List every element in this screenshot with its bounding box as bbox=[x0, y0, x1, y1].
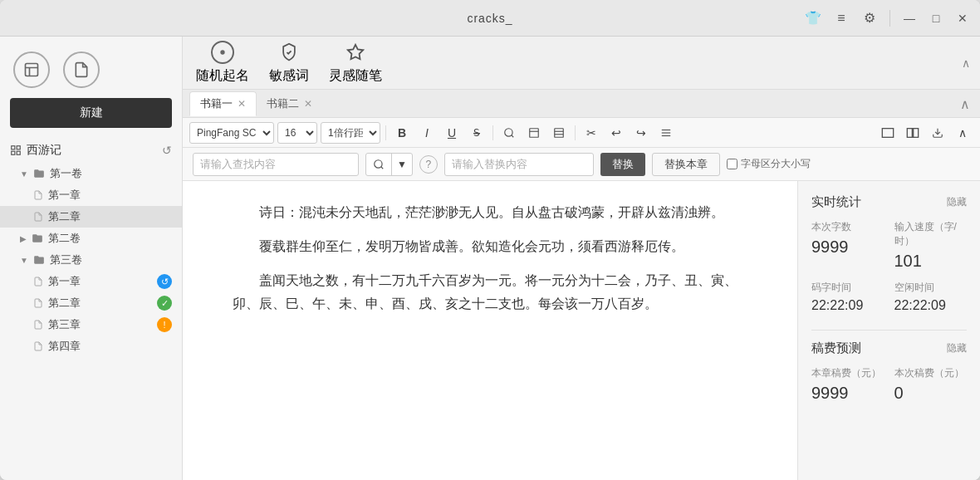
toolbar-note-label: 灵感随笔 bbox=[329, 67, 382, 85]
view-single-button[interactable] bbox=[877, 122, 899, 144]
tree-label-ch1-1: 第一章 bbox=[48, 188, 172, 203]
stat-idle-time-value: 22:22:09 bbox=[894, 298, 968, 313]
tab-book1[interactable]: 书籍一 ✕ bbox=[189, 91, 257, 116]
view-split-button[interactable] bbox=[902, 122, 924, 144]
tree-label-vol3: 第三卷 bbox=[50, 252, 172, 267]
box1-button[interactable] bbox=[523, 122, 545, 144]
note-icon bbox=[344, 41, 367, 64]
tab-book2-label: 书籍二 bbox=[267, 96, 299, 111]
realtime-hide-button[interactable]: 隐藏 bbox=[947, 195, 967, 209]
tab-book1-close[interactable]: ✕ bbox=[238, 98, 246, 110]
tree-vol2[interactable]: 第二卷 bbox=[0, 228, 182, 249]
tree-ch3-4[interactable]: 第四章 bbox=[0, 336, 182, 357]
replace-button[interactable]: 替换 bbox=[600, 153, 645, 176]
replace-all-button[interactable]: 替换本章 bbox=[652, 153, 720, 176]
settings-icon[interactable]: ⚙ bbox=[861, 10, 878, 27]
stat-input-speed: 输入速度（字/时） 101 bbox=[894, 220, 968, 271]
stat-chapter-fee-label: 本章稿费（元） bbox=[811, 366, 884, 380]
tree-ch3-3[interactable]: 第三章 ! bbox=[0, 314, 182, 336]
toolbar-note[interactable]: 灵感随笔 bbox=[329, 41, 382, 85]
underline-button[interactable]: U bbox=[441, 122, 463, 144]
tree-ch3-2[interactable]: 第二章 ✓ bbox=[0, 292, 182, 314]
tab-book2-close[interactable]: ✕ bbox=[304, 98, 312, 110]
tree-ch3-1[interactable]: 第一章 ↺ bbox=[0, 271, 182, 292]
svg-rect-16 bbox=[882, 128, 893, 137]
toolbar-collapse-button[interactable]: ∧ bbox=[962, 56, 970, 70]
predict-stats-header: 稿费预测 隐藏 bbox=[811, 340, 967, 356]
collapse-editor-button[interactable]: ∧ bbox=[952, 122, 973, 144]
minimize-button[interactable]: — bbox=[902, 11, 917, 26]
fmt-divider-1 bbox=[385, 125, 386, 140]
tree-vol1[interactable]: 第一卷 bbox=[0, 163, 182, 184]
help-button[interactable]: ? bbox=[419, 155, 438, 174]
scissors-button[interactable]: ✂ bbox=[581, 122, 602, 144]
folder-icon-vol3 bbox=[33, 254, 45, 266]
toolbar-random[interactable]: 随机起名 bbox=[196, 41, 249, 85]
predict-stats-section: 稿费预测 隐藏 本章稿费（元） 9999 本次稿费（元） 0 bbox=[811, 340, 967, 403]
predict-stats-grid: 本章稿费（元） 9999 本次稿费（元） 0 bbox=[811, 366, 967, 403]
tree-label-ch3-4: 第四章 bbox=[48, 339, 172, 354]
stat-chapter-fee-value: 9999 bbox=[811, 384, 884, 403]
stat-idle-time-label: 空闲时间 bbox=[894, 281, 968, 295]
refresh-icon[interactable]: ↺ bbox=[162, 144, 172, 157]
box2-button[interactable] bbox=[548, 122, 570, 144]
folder-icon-vol1 bbox=[33, 168, 45, 179]
content-wrapper: 诗日：混沌未分天地乱，茫茫渺渺无人见。自从盘古破鸿蒙，开辟从兹清浊辨。 覆载群生… bbox=[183, 181, 980, 480]
tab-book1-label: 书籍一 bbox=[200, 96, 233, 111]
random-icon bbox=[211, 41, 234, 64]
replace-input[interactable] bbox=[444, 153, 594, 176]
search-main-icon bbox=[366, 154, 392, 175]
bold-button[interactable]: B bbox=[391, 122, 413, 144]
svg-line-21 bbox=[381, 166, 384, 169]
menu-icon[interactable]: ≡ bbox=[833, 10, 850, 27]
badge-ch3-3: ! bbox=[157, 317, 172, 332]
stat-char-count-label: 本次字数 bbox=[811, 220, 884, 234]
case-sensitive-input[interactable] bbox=[727, 159, 737, 169]
stat-session-fee-value: 0 bbox=[894, 384, 968, 403]
caret-vol1 bbox=[20, 169, 28, 179]
fmt-divider-3 bbox=[575, 125, 576, 140]
tabs-collapse-button[interactable]: ∧ bbox=[960, 96, 970, 111]
font-family-select[interactable]: PingFang SC bbox=[189, 122, 274, 144]
search-execute-button[interactable]: ▼ bbox=[365, 153, 413, 176]
font-size-select[interactable]: 16 bbox=[277, 122, 317, 144]
main-area: 新建 西游记 ↺ 第一卷 第一章 第二章 bbox=[0, 37, 980, 480]
tree-ch1-2[interactable]: 第二章 bbox=[0, 206, 182, 228]
realtime-stats-header: 实时统计 隐藏 bbox=[811, 194, 967, 210]
user-icon-button[interactable] bbox=[13, 51, 50, 88]
chapter-icon-ch1-1 bbox=[33, 190, 43, 200]
new-button[interactable]: 新建 bbox=[10, 98, 172, 128]
titlebar: cracks_ 👕 ≡ ⚙ — □ ✕ bbox=[0, 0, 980, 37]
book-header: 西游记 ↺ bbox=[0, 138, 182, 163]
search-input[interactable] bbox=[193, 153, 359, 176]
line-spacing-select[interactable]: 1倍行距 bbox=[321, 122, 380, 144]
case-sensitive-label: 字母区分大小写 bbox=[741, 157, 811, 171]
stat-char-count: 本次字数 9999 bbox=[811, 220, 884, 271]
svg-rect-2 bbox=[17, 146, 20, 149]
predict-hide-button[interactable]: 隐藏 bbox=[947, 341, 967, 355]
undo-button[interactable]: ↩ bbox=[605, 122, 627, 144]
tab-book2[interactable]: 书籍二 ✕ bbox=[257, 91, 322, 116]
toolbar-sensitive[interactable]: 敏感词 bbox=[269, 41, 309, 85]
search-arrow-icon[interactable]: ▼ bbox=[392, 154, 412, 175]
strikethrough-button[interactable]: S̶ bbox=[466, 122, 488, 144]
list-button[interactable] bbox=[655, 122, 677, 144]
tree-label-vol2: 第二卷 bbox=[48, 231, 172, 246]
document-icon-button[interactable] bbox=[63, 51, 100, 88]
maximize-button[interactable]: □ bbox=[929, 11, 943, 26]
search-format-button[interactable] bbox=[498, 122, 520, 144]
fmt-divider-2 bbox=[492, 125, 493, 140]
tree-label-ch3-1: 第一章 bbox=[48, 274, 152, 289]
case-sensitive-checkbox[interactable]: 字母区分大小写 bbox=[727, 157, 811, 171]
italic-button[interactable]: I bbox=[416, 122, 438, 144]
folder-icon-vol2 bbox=[32, 233, 43, 244]
export-button[interactable] bbox=[927, 122, 948, 144]
shirt-icon[interactable]: 👕 bbox=[805, 10, 821, 27]
tree-ch1-1[interactable]: 第一章 bbox=[0, 184, 182, 206]
editor-content[interactable]: 诗日：混沌未分天地乱，茫茫渺渺无人见。自从盘古破鸿蒙，开辟从兹清浊辨。 覆载群生… bbox=[183, 181, 797, 480]
close-button[interactable]: ✕ bbox=[955, 11, 970, 26]
redo-button[interactable]: ↪ bbox=[630, 122, 652, 144]
fmt-right-buttons: ∧ bbox=[877, 122, 973, 144]
tree-vol3[interactable]: 第三卷 bbox=[0, 249, 182, 271]
tabs-bar: 书籍一 ✕ 书籍二 ✕ ∧ bbox=[183, 90, 980, 118]
